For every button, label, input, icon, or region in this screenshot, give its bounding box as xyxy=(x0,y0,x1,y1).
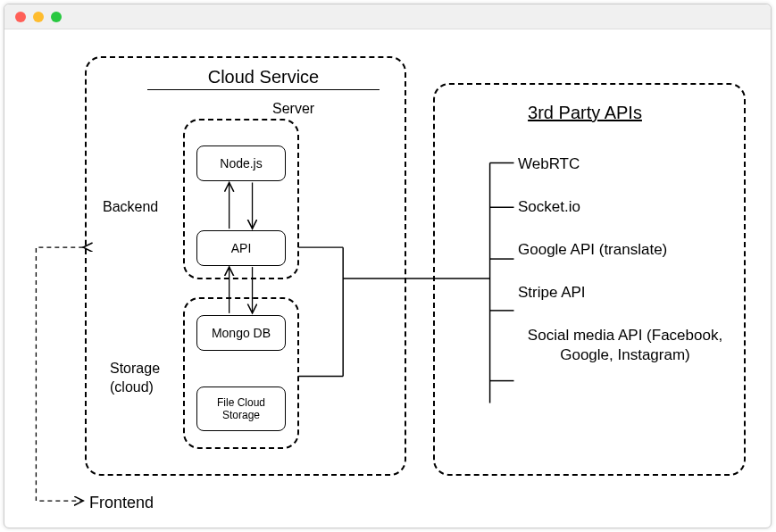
api-list: WebRTC Socket.io Google API (translate) … xyxy=(518,154,732,389)
nodejs-box: Node.js xyxy=(196,145,286,181)
api-item-google: Google API (translate) xyxy=(518,240,732,260)
mongodb-box: Mongo DB xyxy=(196,315,286,351)
frontend-label: Frontend xyxy=(89,494,154,512)
close-icon[interactable] xyxy=(15,12,26,22)
cloud-service-title: Cloud Service xyxy=(147,67,380,90)
maximize-icon[interactable] xyxy=(51,12,62,22)
server-label: Server xyxy=(272,101,314,117)
diagram-canvas: Cloud Service Server Backend Storage (cl… xyxy=(4,29,771,528)
title-bar xyxy=(4,4,771,29)
api-item-stripe: Stripe API xyxy=(518,283,732,303)
api-item-webrtc: WebRTC xyxy=(518,154,732,174)
api-item-socketio: Socket.io xyxy=(518,197,732,217)
minimize-icon[interactable] xyxy=(33,12,44,22)
third-party-apis-title: 3rd Party APIs xyxy=(496,103,674,125)
storage-label: Storage (cloud) xyxy=(110,360,160,397)
window-frame: Cloud Service Server Backend Storage (cl… xyxy=(4,4,772,528)
api-box: API xyxy=(196,230,286,266)
backend-label: Backend xyxy=(103,199,158,215)
file-cloud-storage-box: File Cloud Storage xyxy=(196,387,286,431)
api-item-social: Social media API (Facebook, Google, Inst… xyxy=(518,326,732,365)
